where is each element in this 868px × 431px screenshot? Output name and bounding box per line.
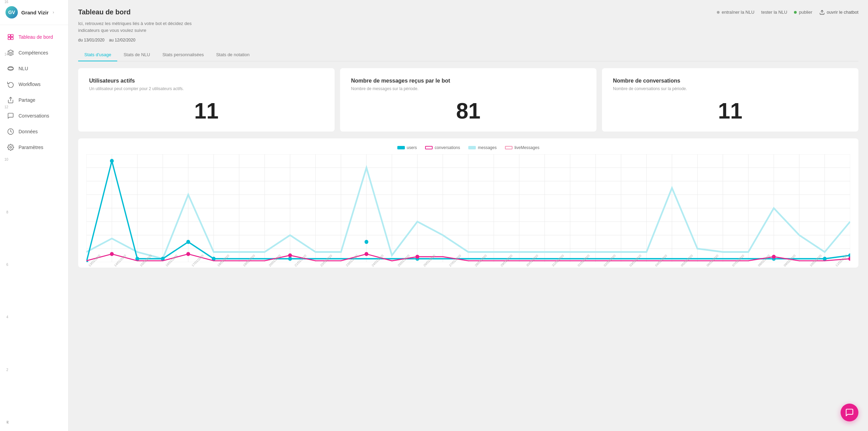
train-nlu-button[interactable]: entraîner la NLU xyxy=(717,10,754,15)
publish-label: publier xyxy=(799,10,812,15)
top-header: Tableau de bord entraîner la NLU tester … xyxy=(78,8,858,16)
sidebar-item-donnees[interactable]: Données xyxy=(0,124,68,139)
svg-rect-3 xyxy=(11,37,13,40)
chatbot-fab-button[interactable] xyxy=(841,404,858,421)
sidebar-item-workflows[interactable]: Workflows xyxy=(0,76,68,92)
date-from-label: du xyxy=(78,38,83,42)
chat-icon xyxy=(845,408,854,417)
collapse-sidebar-button[interactable]: ‹ xyxy=(0,413,68,431)
legend-conversations-color xyxy=(425,146,433,149)
users-dot-1 xyxy=(110,159,114,163)
sidebar-item-conversations[interactable]: Conversations xyxy=(0,108,68,124)
sidebar-item-conversations-label: Conversations xyxy=(19,113,49,119)
chart-svg xyxy=(86,154,850,262)
stat-card-conversations: Nombre de conversations Nombre de conver… xyxy=(602,68,858,132)
chart-container: users conversations messages liveMessage… xyxy=(78,138,858,268)
chart-plot: 13/01/2020 14/01/2020 15/01/2020 16/01/2… xyxy=(86,154,850,262)
sidebar-item-parametres[interactable]: Paramètres xyxy=(0,139,68,155)
sidebar-item-nlu[interactable]: NLU xyxy=(0,61,68,76)
app-name: Grand Vizir xyxy=(21,10,49,15)
sidebar: GV Grand Vizir › Tableau de bord Compéte… xyxy=(0,0,69,431)
train-nlu-label: entraîner la NLU xyxy=(722,10,754,15)
date-to: 12/02/2020 xyxy=(115,38,135,42)
test-nlu-label: tester la NLU xyxy=(761,10,787,15)
legend-users-label: users xyxy=(407,145,417,150)
stat-messages-title: Nombre de messages reçus par le bot xyxy=(351,78,586,84)
sidebar-item-workflows-label: Workflows xyxy=(19,82,40,87)
stat-users-subtitle: Un utilisateur peut compter pour 2 utili… xyxy=(89,86,324,92)
sidebar-item-dashboard-label: Tableau de bord xyxy=(19,34,53,40)
stat-conversations-value: 11 xyxy=(613,100,847,122)
conv-dot-3 xyxy=(288,253,292,257)
x-axis-labels: 13/01/2020 14/01/2020 15/01/2020 16/01/2… xyxy=(86,265,850,268)
tab-rating[interactable]: Stats de notation xyxy=(210,49,256,61)
stat-users-value: 11 xyxy=(89,100,324,122)
sidebar-item-nlu-label: NLU xyxy=(19,66,28,71)
page-subtitle: Ici, retrouvez les métriques liés à votr… xyxy=(78,20,202,34)
open-chatbot-label: ouvrir le chatbot xyxy=(827,10,859,15)
conv-dot-2 xyxy=(186,252,190,256)
sidebar-item-partage[interactable]: Partage xyxy=(0,92,68,108)
publish-button[interactable]: publier xyxy=(794,10,812,15)
date-to-label: au xyxy=(109,38,113,42)
legend-messages-label: messages xyxy=(478,145,497,150)
test-nlu-button[interactable]: tester la NLU xyxy=(761,10,787,15)
chart-with-yaxis: 16 14 12 10 8 6 4 2 0 xyxy=(86,154,850,262)
legend-livemessages: liveMessages xyxy=(505,145,540,150)
conv-dot-5 xyxy=(415,255,419,259)
sidebar-item-partage-label: Partage xyxy=(19,97,35,103)
legend-conversations-label: conversations xyxy=(435,145,460,150)
stat-conversations-title: Nombre de conversations xyxy=(613,78,847,84)
conv-dot-7 xyxy=(848,257,850,261)
stat-card-messages: Nombre de messages reçus par le bot Nomb… xyxy=(340,68,596,132)
stat-users-title: Utilisateurs actifs xyxy=(89,78,324,84)
date-range: du 13/01/2020 au 12/02/2020 xyxy=(78,38,858,42)
sidebar-item-donnees-label: Données xyxy=(19,129,38,134)
main-content: Tableau de bord entraîner la NLU tester … xyxy=(69,0,868,431)
legend-conversations: conversations xyxy=(425,145,460,150)
conv-dot-4 xyxy=(364,252,368,256)
users-dot-7 xyxy=(364,240,368,244)
publish-status-dot xyxy=(794,11,797,14)
page-title-text: Tableau de bord xyxy=(78,8,131,16)
sidebar-item-competences[interactable]: Compétences xyxy=(0,45,68,61)
stat-conversations-subtitle: Nombre de conversations sur la période. xyxy=(613,86,847,92)
stats-tabs: Stats d'usage Stats de NLU Stats personn… xyxy=(78,49,858,61)
legend-users-color xyxy=(397,146,405,149)
stat-messages-value: 81 xyxy=(351,100,586,122)
tab-usage[interactable]: Stats d'usage xyxy=(78,49,117,61)
chevron-right-icon: › xyxy=(53,10,54,15)
train-nlu-status-dot xyxy=(717,11,720,14)
legend-messages: messages xyxy=(468,145,497,150)
chart-legend: users conversations messages liveMessage… xyxy=(86,145,850,150)
svg-point-8 xyxy=(10,147,12,148)
conv-dot-6 xyxy=(772,255,776,259)
stat-card-users: Utilisateurs actifs Un utilisateur peut … xyxy=(78,68,335,132)
open-chatbot-button[interactable]: ouvrir le chatbot xyxy=(819,10,859,15)
svg-rect-1 xyxy=(11,35,13,37)
conv-dot-1 xyxy=(110,252,114,256)
sidebar-item-competences-label: Compétences xyxy=(19,50,48,56)
tab-custom[interactable]: Stats personnalisées xyxy=(156,49,210,61)
header-actions: entraîner la NLU tester la NLU publier o… xyxy=(717,10,858,15)
tab-nlu[interactable]: Stats de NLU xyxy=(117,49,156,61)
users-dot-4 xyxy=(186,240,190,244)
page-title: Tableau de bord xyxy=(78,8,131,16)
legend-users: users xyxy=(397,145,417,150)
legend-messages-color xyxy=(468,146,476,149)
sidebar-logo[interactable]: GV Grand Vizir › xyxy=(0,0,68,25)
date-from: 13/01/2020 xyxy=(84,38,105,42)
sidebar-item-parametres-label: Paramètres xyxy=(19,145,43,150)
legend-livemessages-label: liveMessages xyxy=(515,145,540,150)
upload-icon xyxy=(819,10,825,15)
sidebar-nav: Tableau de bord Compétences NLU xyxy=(0,25,68,413)
legend-livemessages-color xyxy=(505,146,513,149)
sidebar-item-dashboard[interactable]: Tableau de bord xyxy=(0,29,68,45)
stat-messages-subtitle: Nombre de messages sur la période. xyxy=(351,86,586,92)
stat-cards-container: Utilisateurs actifs Un utilisateur peut … xyxy=(78,68,858,132)
